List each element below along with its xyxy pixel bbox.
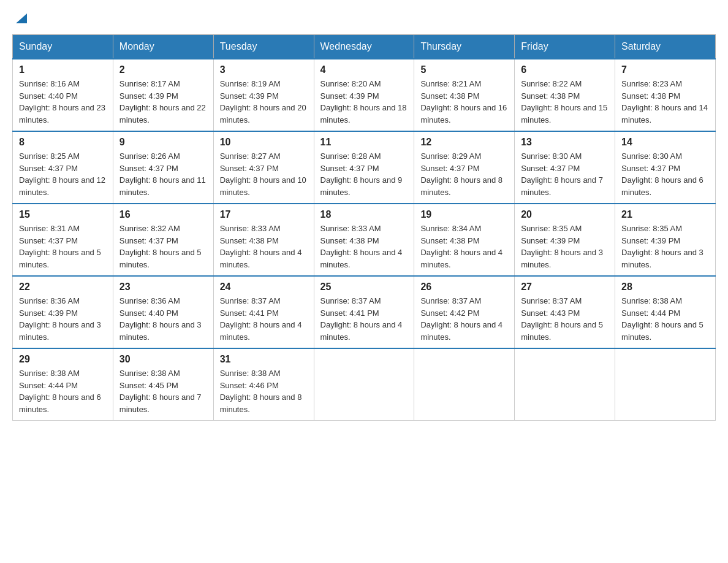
calendar-cell: 22 Sunrise: 8:36 AMSunset: 4:39 PMDaylig… xyxy=(13,276,113,348)
day-number: 26 xyxy=(420,282,508,293)
day-number: 29 xyxy=(19,354,107,365)
day-number: 9 xyxy=(119,137,207,148)
day-number: 15 xyxy=(19,209,107,220)
day-info: Sunrise: 8:35 AMSunset: 4:39 PMDaylight:… xyxy=(621,223,709,270)
day-number: 17 xyxy=(220,209,308,220)
day-number: 16 xyxy=(119,209,207,220)
day-info: Sunrise: 8:33 AMSunset: 4:38 PMDaylight:… xyxy=(320,223,408,270)
day-info: Sunrise: 8:37 AMSunset: 4:43 PMDaylight:… xyxy=(521,295,609,343)
day-info: Sunrise: 8:37 AMSunset: 4:41 PMDaylight:… xyxy=(220,295,308,343)
day-number: 1 xyxy=(19,64,107,75)
svg-marker-0 xyxy=(16,13,27,23)
page-header xyxy=(12,12,716,25)
day-info: Sunrise: 8:38 AMSunset: 4:44 PMDaylight:… xyxy=(19,367,107,415)
logo xyxy=(12,12,28,25)
day-info: Sunrise: 8:19 AMSunset: 4:39 PMDaylight:… xyxy=(220,78,308,126)
day-info: Sunrise: 8:30 AMSunset: 4:37 PMDaylight:… xyxy=(521,150,609,198)
calendar-cell: 13 Sunrise: 8:30 AMSunset: 4:37 PMDaylig… xyxy=(515,131,615,204)
calendar-cell: 12 Sunrise: 8:29 AMSunset: 4:37 PMDaylig… xyxy=(414,131,515,204)
day-number: 12 xyxy=(420,137,508,148)
day-number: 5 xyxy=(420,64,508,75)
calendar-cell: 28 Sunrise: 8:38 AMSunset: 4:44 PMDaylig… xyxy=(615,276,716,348)
calendar-cell xyxy=(414,348,515,421)
day-info: Sunrise: 8:29 AMSunset: 4:37 PMDaylight:… xyxy=(420,150,508,198)
calendar-cell: 8 Sunrise: 8:25 AMSunset: 4:37 PMDayligh… xyxy=(13,131,113,204)
day-number: 13 xyxy=(521,137,609,148)
day-info: Sunrise: 8:32 AMSunset: 4:37 PMDaylight:… xyxy=(119,223,207,270)
day-number: 25 xyxy=(320,282,408,293)
day-number: 2 xyxy=(119,64,207,75)
calendar-cell: 6 Sunrise: 8:22 AMSunset: 4:38 PMDayligh… xyxy=(515,59,615,131)
calendar-cell: 21 Sunrise: 8:35 AMSunset: 4:39 PMDaylig… xyxy=(615,204,716,276)
calendar-cell: 27 Sunrise: 8:37 AMSunset: 4:43 PMDaylig… xyxy=(515,276,615,348)
day-number: 4 xyxy=(320,64,408,75)
logo-triangle-icon xyxy=(15,11,28,25)
day-info: Sunrise: 8:38 AMSunset: 4:45 PMDaylight:… xyxy=(119,367,207,415)
day-info: Sunrise: 8:27 AMSunset: 4:37 PMDaylight:… xyxy=(220,150,308,198)
day-number: 21 xyxy=(621,209,709,220)
day-info: Sunrise: 8:38 AMSunset: 4:44 PMDaylight:… xyxy=(621,295,709,343)
calendar-cell: 14 Sunrise: 8:30 AMSunset: 4:37 PMDaylig… xyxy=(615,131,716,204)
calendar-cell: 16 Sunrise: 8:32 AMSunset: 4:37 PMDaylig… xyxy=(113,204,213,276)
day-info: Sunrise: 8:26 AMSunset: 4:37 PMDaylight:… xyxy=(119,150,207,198)
calendar-cell: 20 Sunrise: 8:35 AMSunset: 4:39 PMDaylig… xyxy=(515,204,615,276)
day-info: Sunrise: 8:37 AMSunset: 4:41 PMDaylight:… xyxy=(320,295,408,343)
day-number: 3 xyxy=(220,64,308,75)
day-number: 19 xyxy=(420,209,508,220)
day-number: 20 xyxy=(521,209,609,220)
day-info: Sunrise: 8:30 AMSunset: 4:37 PMDaylight:… xyxy=(621,150,709,198)
calendar-week-row: 8 Sunrise: 8:25 AMSunset: 4:37 PMDayligh… xyxy=(13,131,716,204)
calendar-cell: 31 Sunrise: 8:38 AMSunset: 4:46 PMDaylig… xyxy=(213,348,314,421)
day-number: 7 xyxy=(621,64,709,75)
day-number: 30 xyxy=(119,354,207,365)
day-info: Sunrise: 8:16 AMSunset: 4:40 PMDaylight:… xyxy=(19,78,107,126)
day-of-week-header: Saturday xyxy=(615,35,716,59)
day-info: Sunrise: 8:38 AMSunset: 4:46 PMDaylight:… xyxy=(220,367,308,415)
day-number: 10 xyxy=(220,137,308,148)
day-number: 24 xyxy=(220,282,308,293)
calendar-cell: 29 Sunrise: 8:38 AMSunset: 4:44 PMDaylig… xyxy=(13,348,113,421)
calendar-cell: 17 Sunrise: 8:33 AMSunset: 4:38 PMDaylig… xyxy=(213,204,314,276)
day-of-week-header: Sunday xyxy=(13,35,113,59)
day-number: 31 xyxy=(220,354,308,365)
calendar-cell: 5 Sunrise: 8:21 AMSunset: 4:38 PMDayligh… xyxy=(414,59,515,131)
calendar-cell: 25 Sunrise: 8:37 AMSunset: 4:41 PMDaylig… xyxy=(314,276,414,348)
day-of-week-header: Thursday xyxy=(414,35,515,59)
day-info: Sunrise: 8:25 AMSunset: 4:37 PMDaylight:… xyxy=(19,150,107,198)
day-info: Sunrise: 8:36 AMSunset: 4:40 PMDaylight:… xyxy=(119,295,207,343)
calendar-week-row: 15 Sunrise: 8:31 AMSunset: 4:37 PMDaylig… xyxy=(13,204,716,276)
calendar-cell: 7 Sunrise: 8:23 AMSunset: 4:38 PMDayligh… xyxy=(615,59,716,131)
calendar-table: SundayMondayTuesdayWednesdayThursdayFrid… xyxy=(12,34,716,421)
calendar-cell: 30 Sunrise: 8:38 AMSunset: 4:45 PMDaylig… xyxy=(113,348,213,421)
day-number: 18 xyxy=(320,209,408,220)
calendar-cell: 23 Sunrise: 8:36 AMSunset: 4:40 PMDaylig… xyxy=(113,276,213,348)
calendar-cell: 3 Sunrise: 8:19 AMSunset: 4:39 PMDayligh… xyxy=(213,59,314,131)
day-info: Sunrise: 8:28 AMSunset: 4:37 PMDaylight:… xyxy=(320,150,408,198)
calendar-cell: 10 Sunrise: 8:27 AMSunset: 4:37 PMDaylig… xyxy=(213,131,314,204)
day-info: Sunrise: 8:36 AMSunset: 4:39 PMDaylight:… xyxy=(19,295,107,343)
calendar-header-row: SundayMondayTuesdayWednesdayThursdayFrid… xyxy=(13,35,716,59)
calendar-cell: 19 Sunrise: 8:34 AMSunset: 4:38 PMDaylig… xyxy=(414,204,515,276)
calendar-cell xyxy=(615,348,716,421)
calendar-cell: 18 Sunrise: 8:33 AMSunset: 4:38 PMDaylig… xyxy=(314,204,414,276)
day-info: Sunrise: 8:35 AMSunset: 4:39 PMDaylight:… xyxy=(521,223,609,270)
day-number: 11 xyxy=(320,137,408,148)
day-info: Sunrise: 8:21 AMSunset: 4:38 PMDaylight:… xyxy=(420,78,508,126)
day-info: Sunrise: 8:22 AMSunset: 4:38 PMDaylight:… xyxy=(521,78,609,126)
calendar-cell: 11 Sunrise: 8:28 AMSunset: 4:37 PMDaylig… xyxy=(314,131,414,204)
calendar-week-row: 1 Sunrise: 8:16 AMSunset: 4:40 PMDayligh… xyxy=(13,59,716,131)
calendar-cell xyxy=(515,348,615,421)
day-info: Sunrise: 8:33 AMSunset: 4:38 PMDaylight:… xyxy=(220,223,308,270)
day-number: 23 xyxy=(119,282,207,293)
day-number: 22 xyxy=(19,282,107,293)
day-number: 6 xyxy=(521,64,609,75)
calendar-cell: 24 Sunrise: 8:37 AMSunset: 4:41 PMDaylig… xyxy=(213,276,314,348)
day-of-week-header: Wednesday xyxy=(314,35,414,59)
day-of-week-header: Monday xyxy=(113,35,213,59)
day-number: 8 xyxy=(19,137,107,148)
day-info: Sunrise: 8:23 AMSunset: 4:38 PMDaylight:… xyxy=(621,78,709,126)
day-of-week-header: Friday xyxy=(515,35,615,59)
day-info: Sunrise: 8:34 AMSunset: 4:38 PMDaylight:… xyxy=(420,223,508,270)
calendar-cell: 1 Sunrise: 8:16 AMSunset: 4:40 PMDayligh… xyxy=(13,59,113,131)
calendar-week-row: 29 Sunrise: 8:38 AMSunset: 4:44 PMDaylig… xyxy=(13,348,716,421)
